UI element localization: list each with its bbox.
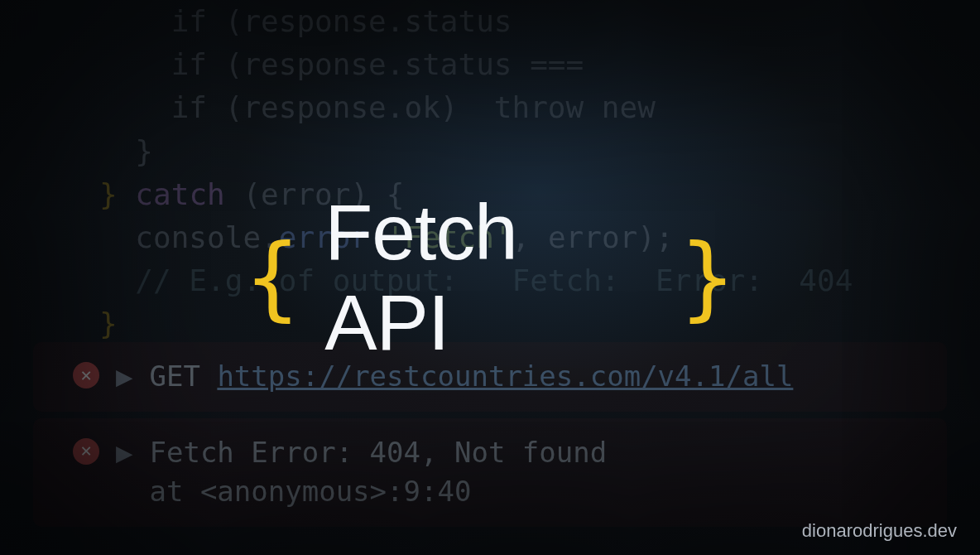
left-brace: { — [245, 224, 300, 331]
code-line: if (response.status === — [99, 43, 881, 86]
hero-title: { Fetch API } — [245, 187, 735, 368]
right-brace: } — [680, 224, 735, 331]
code-line: if (response.ok) throw new — [99, 86, 881, 129]
code-line: if (response.status — [99, 0, 881, 43]
code-line: } — [99, 130, 881, 173]
error-icon: ✕ — [73, 362, 99, 388]
expand-arrow-icon: ▶ — [116, 433, 132, 473]
watermark: dionarodrigues.dev — [802, 520, 957, 542]
main-title: Fetch API — [324, 187, 656, 368]
console-message: Fetch Error: 404, Not found at <anonymou… — [149, 433, 607, 512]
error-icon: ✕ — [73, 438, 99, 465]
expand-arrow-icon: ▶ — [116, 357, 132, 397]
console-error-row: ✕ ▶ Fetch Error: 404, Not found at <anon… — [33, 418, 947, 527]
